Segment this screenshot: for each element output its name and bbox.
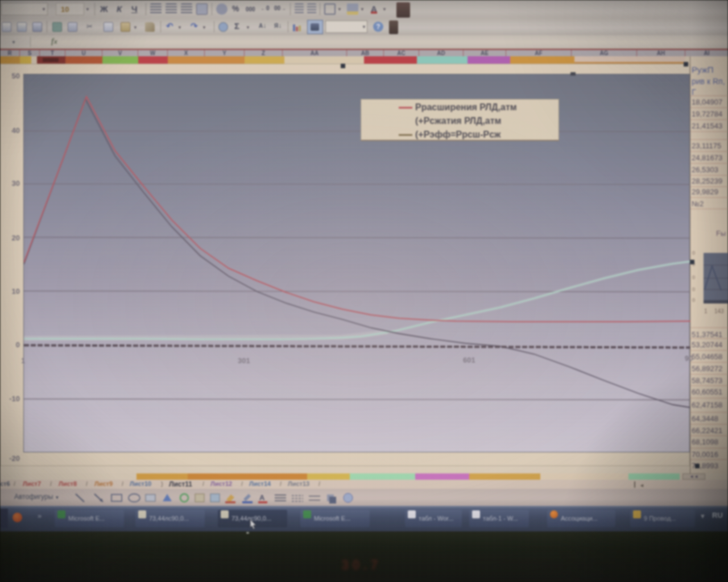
svg-text:А: А bbox=[259, 493, 265, 502]
